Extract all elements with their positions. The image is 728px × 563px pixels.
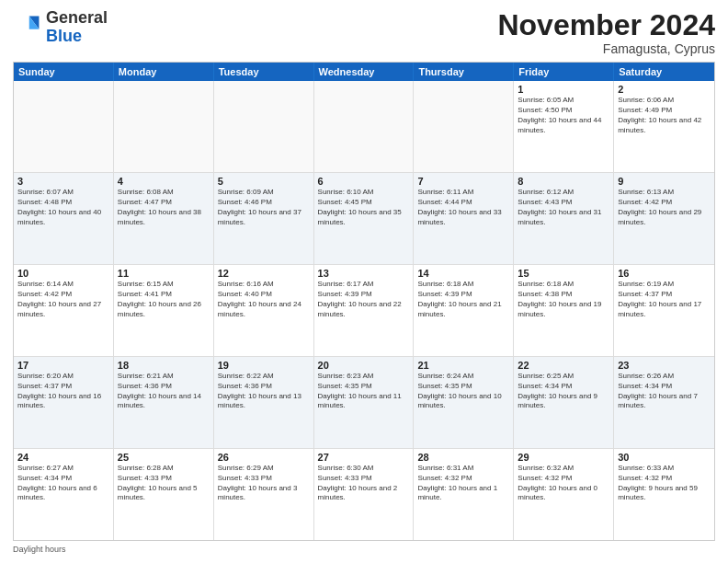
calendar-day-16: 16Sunrise: 6:19 AM Sunset: 4:37 PM Dayli… <box>614 265 714 356</box>
calendar-day-5: 5Sunrise: 6:09 AM Sunset: 4:46 PM Daylig… <box>214 173 314 264</box>
calendar-day-11: 11Sunrise: 6:15 AM Sunset: 4:41 PM Dayli… <box>114 265 214 356</box>
calendar-day-7: 7Sunrise: 6:11 AM Sunset: 4:44 PM Daylig… <box>414 173 514 264</box>
location-subtitle: Famagusta, Cyprus <box>497 41 715 56</box>
day-number: 28 <box>417 452 509 463</box>
day-number: 27 <box>318 452 410 463</box>
calendar-day-20: 20Sunrise: 6:23 AM Sunset: 4:35 PM Dayli… <box>314 357 415 448</box>
day-info: Sunrise: 6:27 AM Sunset: 4:34 PM Dayligh… <box>17 464 109 503</box>
day-number: 15 <box>518 268 609 279</box>
calendar-empty-cell <box>414 81 514 172</box>
day-info: Sunrise: 6:14 AM Sunset: 4:42 PM Dayligh… <box>17 280 109 319</box>
logo: General Blue <box>13 9 108 46</box>
calendar-day-15: 15Sunrise: 6:18 AM Sunset: 4:38 PM Dayli… <box>514 265 614 356</box>
calendar-header-saturday: Saturday <box>614 63 714 81</box>
calendar-header-tuesday: Tuesday <box>214 63 314 81</box>
day-info: Sunrise: 6:05 AM Sunset: 4:50 PM Dayligh… <box>518 96 609 135</box>
calendar-week-2: 3Sunrise: 6:07 AM Sunset: 4:48 PM Daylig… <box>14 173 714 265</box>
day-info: Sunrise: 6:18 AM Sunset: 4:38 PM Dayligh… <box>518 280 609 319</box>
calendar-day-12: 12Sunrise: 6:16 AM Sunset: 4:40 PM Dayli… <box>214 265 314 356</box>
day-info: Sunrise: 6:26 AM Sunset: 4:34 PM Dayligh… <box>618 372 711 411</box>
day-number: 25 <box>118 452 210 463</box>
day-info: Sunrise: 6:17 AM Sunset: 4:39 PM Dayligh… <box>318 280 410 319</box>
calendar-day-8: 8Sunrise: 6:12 AM Sunset: 4:43 PM Daylig… <box>514 173 614 264</box>
calendar-day-1: 1Sunrise: 6:05 AM Sunset: 4:50 PM Daylig… <box>514 81 614 172</box>
calendar-day-24: 24Sunrise: 6:27 AM Sunset: 4:34 PM Dayli… <box>14 449 114 540</box>
calendar-day-18: 18Sunrise: 6:21 AM Sunset: 4:36 PM Dayli… <box>114 357 214 448</box>
day-number: 8 <box>518 176 609 187</box>
day-number: 1 <box>518 84 609 95</box>
day-info: Sunrise: 6:29 AM Sunset: 4:33 PM Dayligh… <box>218 464 310 503</box>
day-info: Sunrise: 6:11 AM Sunset: 4:44 PM Dayligh… <box>417 188 509 227</box>
day-info: Sunrise: 6:31 AM Sunset: 4:32 PM Dayligh… <box>417 464 509 503</box>
calendar-day-25: 25Sunrise: 6:28 AM Sunset: 4:33 PM Dayli… <box>114 449 214 540</box>
day-number: 11 <box>118 268 210 279</box>
title-block: November 2024 Famagusta, Cyprus <box>497 9 715 56</box>
day-number: 22 <box>518 360 609 371</box>
day-info: Sunrise: 6:22 AM Sunset: 4:36 PM Dayligh… <box>218 372 310 411</box>
day-info: Sunrise: 6:23 AM Sunset: 4:35 PM Dayligh… <box>318 372 410 411</box>
day-number: 10 <box>17 268 109 279</box>
footer-text: Daylight hours <box>13 545 66 554</box>
day-info: Sunrise: 6:32 AM Sunset: 4:32 PM Dayligh… <box>518 464 609 503</box>
calendar-day-14: 14Sunrise: 6:18 AM Sunset: 4:39 PM Dayli… <box>414 265 514 356</box>
day-number: 29 <box>518 452 609 463</box>
day-number: 7 <box>417 176 509 187</box>
calendar-day-21: 21Sunrise: 6:24 AM Sunset: 4:35 PM Dayli… <box>414 357 514 448</box>
calendar-week-3: 10Sunrise: 6:14 AM Sunset: 4:42 PM Dayli… <box>14 265 714 357</box>
day-number: 3 <box>17 176 109 187</box>
day-number: 12 <box>218 268 310 279</box>
logo-blue: Blue <box>46 28 108 46</box>
calendar-header-wednesday: Wednesday <box>314 63 415 81</box>
day-number: 6 <box>318 176 410 187</box>
header: General Blue November 2024 Famagusta, Cy… <box>13 9 715 56</box>
day-info: Sunrise: 6:21 AM Sunset: 4:36 PM Dayligh… <box>118 372 210 411</box>
day-info: Sunrise: 6:15 AM Sunset: 4:41 PM Dayligh… <box>118 280 210 319</box>
day-info: Sunrise: 6:12 AM Sunset: 4:43 PM Dayligh… <box>518 188 609 227</box>
day-info: Sunrise: 6:18 AM Sunset: 4:39 PM Dayligh… <box>417 280 509 319</box>
calendar-day-6: 6Sunrise: 6:10 AM Sunset: 4:45 PM Daylig… <box>314 173 415 264</box>
calendar-day-3: 3Sunrise: 6:07 AM Sunset: 4:48 PM Daylig… <box>14 173 114 264</box>
calendar-day-30: 30Sunrise: 6:33 AM Sunset: 4:32 PM Dayli… <box>614 449 714 540</box>
calendar-week-4: 17Sunrise: 6:20 AM Sunset: 4:37 PM Dayli… <box>14 357 714 449</box>
calendar-day-27: 27Sunrise: 6:30 AM Sunset: 4:33 PM Dayli… <box>314 449 415 540</box>
calendar-day-19: 19Sunrise: 6:22 AM Sunset: 4:36 PM Dayli… <box>214 357 314 448</box>
calendar-header-thursday: Thursday <box>414 63 514 81</box>
day-info: Sunrise: 6:20 AM Sunset: 4:37 PM Dayligh… <box>17 372 109 411</box>
calendar-day-4: 4Sunrise: 6:08 AM Sunset: 4:47 PM Daylig… <box>114 173 214 264</box>
calendar-body: 1Sunrise: 6:05 AM Sunset: 4:50 PM Daylig… <box>14 81 714 540</box>
calendar-day-22: 22Sunrise: 6:25 AM Sunset: 4:34 PM Dayli… <box>514 357 614 448</box>
calendar-day-2: 2Sunrise: 6:06 AM Sunset: 4:49 PM Daylig… <box>614 81 714 172</box>
footer: Daylight hours <box>13 545 715 554</box>
calendar-empty-cell <box>14 81 114 172</box>
calendar-header-friday: Friday <box>514 63 614 81</box>
day-number: 9 <box>618 176 711 187</box>
day-info: Sunrise: 6:09 AM Sunset: 4:46 PM Dayligh… <box>218 188 310 227</box>
logo-general: General <box>46 9 108 28</box>
day-number: 26 <box>218 452 310 463</box>
day-number: 18 <box>118 360 210 371</box>
day-info: Sunrise: 6:07 AM Sunset: 4:48 PM Dayligh… <box>17 188 109 227</box>
day-number: 24 <box>17 452 109 463</box>
calendar-day-29: 29Sunrise: 6:32 AM Sunset: 4:32 PM Dayli… <box>514 449 614 540</box>
day-info: Sunrise: 6:08 AM Sunset: 4:47 PM Dayligh… <box>118 188 210 227</box>
day-number: 19 <box>218 360 310 371</box>
calendar-week-1: 1Sunrise: 6:05 AM Sunset: 4:50 PM Daylig… <box>14 81 714 173</box>
calendar-day-26: 26Sunrise: 6:29 AM Sunset: 4:33 PM Dayli… <box>214 449 314 540</box>
calendar-day-13: 13Sunrise: 6:17 AM Sunset: 4:39 PM Dayli… <box>314 265 415 356</box>
calendar: SundayMondayTuesdayWednesdayThursdayFrid… <box>13 62 715 541</box>
day-info: Sunrise: 6:25 AM Sunset: 4:34 PM Dayligh… <box>518 372 609 411</box>
logo-icon <box>13 13 42 42</box>
logo-text: General Blue <box>46 9 108 46</box>
calendar-week-5: 24Sunrise: 6:27 AM Sunset: 4:34 PM Dayli… <box>14 449 714 540</box>
day-info: Sunrise: 6:24 AM Sunset: 4:35 PM Dayligh… <box>417 372 509 411</box>
day-number: 4 <box>118 176 210 187</box>
calendar-day-17: 17Sunrise: 6:20 AM Sunset: 4:37 PM Dayli… <box>14 357 114 448</box>
day-number: 5 <box>218 176 310 187</box>
calendar-header-monday: Monday <box>114 63 214 81</box>
day-number: 2 <box>618 84 711 95</box>
day-info: Sunrise: 6:33 AM Sunset: 4:32 PM Dayligh… <box>618 464 711 503</box>
calendar-empty-cell <box>314 81 415 172</box>
calendar-day-28: 28Sunrise: 6:31 AM Sunset: 4:32 PM Dayli… <box>414 449 514 540</box>
calendar-day-9: 9Sunrise: 6:13 AM Sunset: 4:42 PM Daylig… <box>614 173 714 264</box>
day-number: 17 <box>17 360 109 371</box>
